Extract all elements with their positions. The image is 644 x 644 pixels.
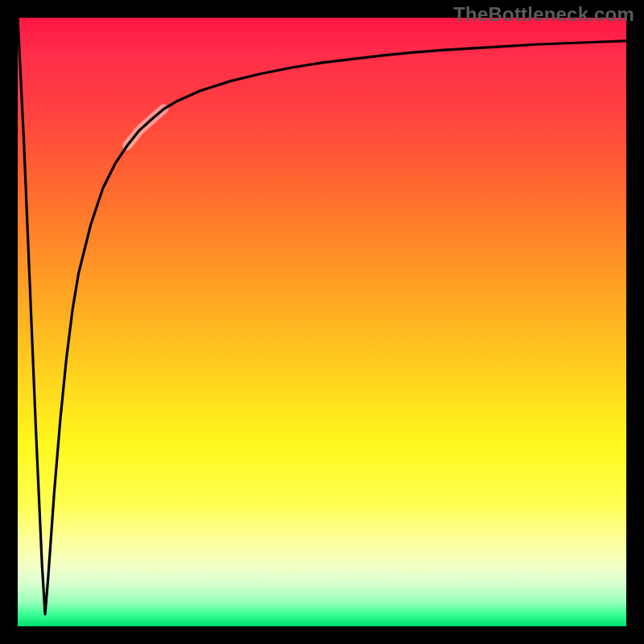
plot-area xyxy=(18,18,626,626)
watermark-label: TheBottleneck.com xyxy=(453,3,634,26)
bottleneck-curve xyxy=(18,18,626,614)
curve-layer xyxy=(18,18,626,626)
chart-frame: TheBottleneck.com xyxy=(0,0,644,644)
